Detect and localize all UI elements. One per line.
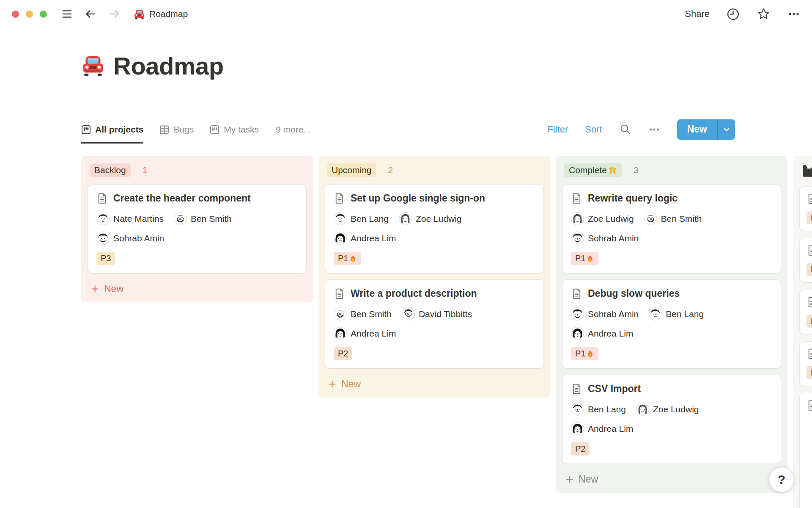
sidebar-menu-button[interactable] — [61, 8, 73, 19]
back-button[interactable] — [84, 8, 97, 20]
avatar — [636, 403, 649, 416]
tab-bugs[interactable]: Bugs — [159, 116, 194, 144]
document-icon — [807, 348, 812, 359]
card-people: Ben LangZoe LudwigAndrea Lim — [571, 403, 757, 435]
share-button[interactable]: Share — [685, 8, 710, 19]
card-people: Ben LangZoe LudwigAndrea Lim — [334, 212, 520, 245]
close-button[interactable] — [12, 11, 19, 18]
new-card-button[interactable]: New — [562, 470, 781, 487]
zoom-button[interactable] — [40, 11, 47, 18]
updates-button[interactable] — [727, 8, 740, 21]
filter-button[interactable]: Filter — [547, 124, 568, 135]
sort-button[interactable]: Sort — [585, 124, 602, 135]
new-button[interactable]: New — [677, 119, 717, 140]
more-options-button[interactable] — [787, 8, 800, 20]
search-button[interactable] — [619, 123, 631, 135]
person: Andrea Lim — [334, 327, 396, 340]
car-emoji — [134, 8, 145, 20]
column-count: 2 — [388, 165, 393, 175]
column-count: 1 — [143, 165, 148, 175]
priority-badge: P3 — [96, 252, 115, 265]
column-header — [801, 164, 812, 178]
card-people: Sohrab AminBen LangAndrea Lim — [571, 307, 757, 340]
card[interactable]: Rewrite query logicZoe LudwigBen SmithSo… — [562, 185, 781, 273]
chevron-down-icon — [722, 125, 731, 134]
document-icon — [807, 245, 812, 256]
tab-all-projects[interactable]: All projects — [81, 116, 143, 144]
person: Ben Smith — [334, 307, 392, 320]
new-dropdown-button[interactable] — [717, 119, 735, 140]
avatar — [399, 212, 412, 225]
hamburger-icon — [61, 8, 73, 19]
person: David Tibbitts — [402, 307, 472, 320]
card[interactable]: Write a product descriptionBen SmithDavi… — [325, 280, 543, 368]
forward-arrow-icon — [108, 8, 121, 20]
help-button[interactable]: ? — [769, 467, 794, 492]
priority-badge: P1 — [571, 347, 598, 360]
avatar — [334, 327, 347, 340]
avatar — [334, 307, 347, 320]
card[interactable] — [800, 393, 812, 508]
document-icon — [334, 193, 345, 204]
priority-badge: P2 — [571, 442, 590, 456]
priority-badge: P2 — [334, 347, 352, 360]
card[interactable]: Create the header componentNate MartinsB… — [88, 185, 306, 273]
new-card-button[interactable]: New — [88, 280, 306, 296]
tab-my-tasks[interactable]: My tasks — [210, 116, 259, 144]
more-views-button[interactable]: 9 more... — [276, 124, 311, 135]
search-icon — [619, 123, 631, 135]
card[interactable]: P1 — [800, 187, 812, 231]
card-title: Set up Google single sign-on — [351, 193, 485, 204]
card-title: Rewrite query logic — [588, 193, 678, 204]
card[interactable]: Debug slow queriesSohrab AminBen LangAnd… — [562, 280, 781, 368]
raised-hands-emoji — [608, 166, 617, 175]
avatar — [334, 212, 347, 225]
clock-icon — [727, 8, 740, 21]
breadcrumb[interactable]: Roadmap — [134, 8, 188, 20]
card[interactable]: P2 — [800, 290, 812, 334]
priority-badge: P1 — [807, 211, 812, 224]
column-status-badge[interactable]: Backlog — [90, 163, 131, 177]
column-complete: Complete3Rewrite query logicZoe LudwigBe… — [556, 156, 787, 493]
minimize-button[interactable] — [26, 11, 33, 18]
page-header: Roadmap — [81, 52, 224, 80]
ellipsis-icon — [648, 124, 660, 135]
column-status-badge[interactable]: Complete — [564, 163, 622, 177]
avatar — [402, 307, 415, 320]
table-icon — [159, 125, 169, 135]
person: Ben Smith — [174, 212, 232, 225]
card[interactable]: P2 — [800, 342, 812, 386]
priority-badge: P1 — [334, 252, 361, 265]
card-people: Nate MartinsBen SmithSohrab Amin — [96, 212, 283, 245]
board-icon — [210, 125, 219, 135]
avatar — [571, 232, 584, 245]
card[interactable]: P2 — [800, 238, 812, 282]
page-title: Roadmap — [113, 52, 224, 80]
column-header: Backlog1 — [90, 163, 304, 177]
inbox-icon — [801, 164, 812, 178]
document-icon — [807, 400, 812, 411]
document-icon — [807, 296, 812, 308]
column-status-badge[interactable]: Upcoming — [327, 163, 376, 177]
avatar — [96, 212, 110, 225]
view-tabbar: All projectsBugsMy tasks 9 more... Filte… — [81, 116, 735, 143]
person: Sohrab Amin — [96, 232, 164, 245]
tab-label: My tasks — [224, 124, 259, 135]
fire-emoji — [349, 254, 357, 263]
forward-button[interactable] — [108, 8, 121, 20]
person: Zoe Ludwig — [636, 403, 699, 416]
person: Ben Lang — [649, 307, 704, 320]
person: Andrea Lim — [571, 327, 633, 340]
person: Ben Lang — [334, 212, 389, 225]
document-icon — [571, 383, 582, 395]
plus-icon — [565, 475, 574, 484]
plus-icon — [91, 284, 99, 293]
card[interactable]: CSV ImportBen LangZoe LudwigAndrea LimP2 — [562, 375, 781, 464]
favorite-button[interactable] — [757, 7, 771, 21]
view-options-button[interactable] — [648, 124, 660, 135]
tab-label: Bugs — [173, 124, 194, 135]
column-upcoming: Upcoming2Set up Google single sign-onBen… — [318, 156, 550, 398]
card-title: Debug slow queries — [588, 288, 680, 299]
card[interactable]: Set up Google single sign-onBen LangZoe … — [325, 185, 543, 273]
new-card-button[interactable]: New — [325, 375, 543, 392]
